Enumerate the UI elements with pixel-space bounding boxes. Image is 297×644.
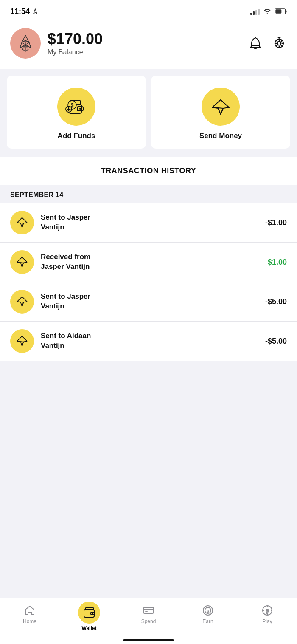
svg-line-31 [221, 108, 223, 114]
action-cards: $ Add Funds Send Money [0, 69, 297, 155]
send-money-card[interactable]: Send Money [151, 76, 290, 149]
transaction-section: TRANSACTION HISTORY [0, 157, 297, 185]
date-header: SEPTEMBER 14 [0, 187, 297, 203]
transaction-item[interactable]: Received fromJasper Vantijn $1.00 [0, 243, 297, 282]
svg-line-35 [22, 223, 23, 228]
send-money-icon [209, 96, 233, 118]
add-funds-icon: $ [65, 96, 87, 117]
tx-info-2: Received fromJasper Vantijn [41, 252, 261, 272]
svg-line-42 [17, 302, 23, 302]
nav-item-spend[interactable]: Spend [119, 602, 178, 632]
svg-line-20 [281, 40, 282, 41]
tx-name-3: Sent to JasperVantijn [41, 292, 258, 311]
svg-point-48 [92, 613, 93, 614]
svg-rect-49 [143, 607, 154, 613]
wallet-icon [83, 607, 95, 618]
transaction-item[interactable]: Sent to JasperVantijn -$1.00 [0, 203, 297, 243]
svg-line-32 [218, 108, 221, 114]
tx-info-4: Sent to AidaanVantijn [41, 331, 258, 351]
status-bar: 11:54 [0, 0, 297, 21]
tx-amount-4: -$5.00 [265, 337, 287, 346]
paper-plane-icon [16, 295, 28, 308]
balance-section: $170.00 My Balance [48, 31, 241, 56]
avatar-icon [14, 32, 36, 54]
play-icon [261, 604, 274, 617]
add-funds-icon-circle: $ [57, 88, 95, 126]
tx-amount-3: -$5.00 [265, 297, 287, 306]
tx-name-2: Received fromJasper Vantijn [41, 252, 261, 272]
nav-label-wallet: Wallet [82, 625, 97, 631]
nav-item-earn[interactable]: $ Earn [178, 602, 238, 632]
nav-item-wallet[interactable]: Wallet [59, 602, 119, 632]
status-time: 11:54 [10, 7, 38, 16]
balance-label: My Balance [48, 48, 241, 56]
header: $170.00 My Balance [0, 21, 297, 69]
transaction-item[interactable]: Sent to JasperVantijn -$5.00 [0, 282, 297, 322]
paper-plane-icon [16, 216, 28, 229]
svg-rect-2 [275, 9, 281, 14]
transaction-item[interactable]: Sent to AidaanVantijn -$5.00 [0, 322, 297, 361]
svg-line-18 [276, 40, 277, 41]
send-money-label: Send Money [199, 132, 242, 140]
status-icons [250, 8, 287, 15]
home-indicator [123, 639, 174, 641]
svg-marker-30 [212, 100, 229, 114]
transaction-title: TRANSACTION HISTORY [101, 167, 196, 175]
wallet-active-circle [78, 602, 100, 624]
svg-text:$: $ [207, 609, 209, 613]
svg-line-36 [17, 223, 23, 223]
nav-label-spend: Spend [141, 619, 156, 624]
svg-point-24 [79, 108, 81, 110]
spend-icon [142, 604, 155, 617]
svg-line-39 [17, 262, 23, 263]
add-funds-label: Add Funds [58, 132, 95, 140]
tx-icon-2 [10, 250, 34, 274]
notification-button[interactable] [248, 36, 263, 51]
svg-line-21 [276, 45, 277, 46]
header-actions [248, 36, 287, 51]
send-money-icon-circle [202, 88, 240, 126]
nav-item-play[interactable]: Play [238, 602, 297, 632]
gear-icon [272, 37, 286, 50]
tx-amount-2: $1.00 [268, 258, 287, 267]
settings-button[interactable] [272, 36, 287, 51]
wifi-icon [263, 8, 272, 14]
tx-icon-3 [10, 290, 34, 314]
tx-amount-1: -$1.00 [265, 218, 287, 227]
nav-label-play: Play [262, 619, 272, 624]
battery-icon [275, 8, 287, 15]
location-icon [32, 8, 38, 14]
earn-icon: $ [202, 604, 214, 617]
svg-line-44 [22, 342, 23, 346]
nav-label-earn: Earn [202, 619, 213, 624]
svg-rect-1 [286, 10, 287, 12]
paper-plane-icon [16, 335, 28, 347]
add-funds-card[interactable]: $ Add Funds [7, 76, 146, 149]
balance-amount: $170.00 [48, 31, 241, 48]
tx-name-4: Sent to AidaanVantijn [41, 331, 258, 351]
tx-name-1: Sent to JasperVantijn [41, 213, 258, 232]
home-icon [23, 604, 36, 617]
svg-line-41 [22, 302, 23, 307]
svg-line-19 [281, 45, 282, 46]
tx-icon-1 [10, 211, 34, 234]
bottom-nav: Home Wallet Spend [0, 598, 297, 644]
bell-icon [249, 37, 262, 50]
svg-line-45 [17, 341, 23, 342]
svg-line-33 [212, 107, 223, 108]
avatar [10, 28, 41, 59]
signal-icon [250, 8, 260, 15]
nav-label-home: Home [23, 619, 36, 624]
tx-info-3: Sent to JasperVantijn [41, 292, 258, 311]
svg-line-38 [22, 263, 23, 267]
nav-item-home[interactable]: Home [0, 602, 59, 632]
paper-plane-icon [16, 256, 28, 268]
tx-info-1: Sent to JasperVantijn [41, 213, 258, 232]
tx-icon-4 [10, 329, 34, 353]
transaction-header: TRANSACTION HISTORY [0, 157, 297, 185]
svg-point-13 [277, 42, 281, 45]
transaction-list: Sent to JasperVantijn -$1.00 Received fr… [0, 203, 297, 361]
